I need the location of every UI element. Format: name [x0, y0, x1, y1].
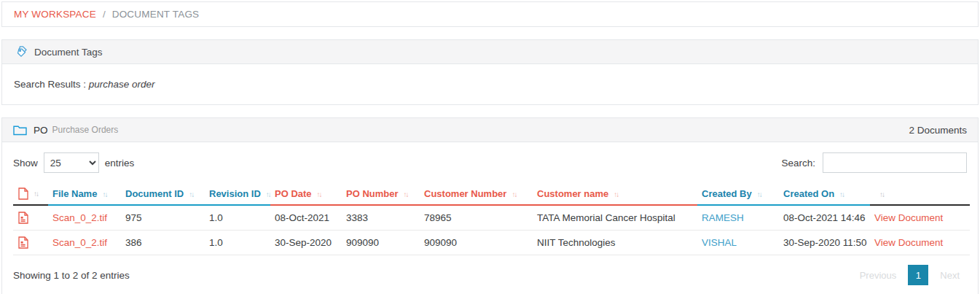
folder-code: PO [34, 125, 48, 136]
po-date-cell: 08-Oct-2021 [275, 212, 329, 223]
search-results-label: Search Results : [14, 79, 89, 90]
view-document-link[interactable]: View Document [874, 212, 943, 223]
purchase-orders-panel: PO Purchase Orders 2 Documents Show 25 e… [1, 117, 979, 294]
po-number-cell: 909090 [346, 237, 379, 248]
table-footer: Showing 1 to 2 of 2 entries Previous 1 N… [13, 265, 967, 285]
column-label: Created On [783, 188, 834, 199]
file-name-link[interactable]: Scan_0_2.tif [52, 237, 107, 248]
customer-number-cell-container: 909090 [420, 231, 533, 255]
file-icon [17, 212, 28, 224]
pagination-next-button[interactable]: Next [933, 266, 967, 285]
showing-entries-text: Showing 1 to 2 of 2 entries [13, 270, 130, 281]
sort-icon: ↑↓ [839, 190, 844, 198]
created-on-cell: 08-Oct-2021 14:46 [783, 212, 866, 223]
column-header-revision-id[interactable]: Revision ID↑↓ [205, 185, 270, 205]
view-document-link-container: View Document [870, 205, 970, 231]
purchase-orders-header: PO Purchase Orders 2 Documents [2, 118, 978, 142]
sort-icon: ↑↓ [102, 190, 106, 198]
documents-count-badge: 2 Documents [909, 125, 967, 136]
column-header-file-icon[interactable]: ↑↓ [13, 185, 48, 205]
breadcrumb-workspace-link[interactable]: MY WORKSPACE [14, 9, 96, 20]
po-date-cell: 30-Sep-2020 [275, 237, 332, 248]
column-header-po-number[interactable]: PO Number↑↓ [342, 185, 420, 205]
column-header-document-id[interactable]: Document ID↑↓ [121, 185, 205, 205]
table-row: Scan_0_2.tif9751.008-Oct-2021338378965TA… [13, 205, 970, 231]
created-by-link[interactable]: VISHAL [702, 237, 737, 248]
table-body: Scan_0_2.tif9751.008-Oct-2021338378965TA… [13, 205, 970, 255]
sort-icon: ↑↓ [34, 190, 38, 198]
column-header-po-date[interactable]: PO Date↑↓ [270, 185, 342, 205]
pagination: Previous 1 Next [852, 265, 967, 285]
revision-id-cell: 1.0 [209, 237, 223, 248]
sort-icon: ↑↓ [404, 190, 408, 198]
sort-icon: ↑↓ [879, 190, 884, 198]
revision-id-cell: 1.0 [209, 212, 223, 223]
search-results: Search Results : purchase order [2, 64, 978, 104]
search-label: Search: [781, 158, 815, 169]
customer-name-cell: NIIT Technologies [537, 237, 616, 248]
view-document-link[interactable]: View Document [874, 237, 943, 248]
file-name-link[interactable]: Scan_0_2.tif [52, 212, 107, 223]
document-tags-title: Document Tags [34, 47, 103, 58]
po-number-cell-container: 909090 [342, 231, 420, 255]
column-label: Revision ID [209, 188, 261, 199]
column-header-customer-number[interactable]: Customer Number↑↓ [420, 185, 533, 205]
page: MY WORKSPACE / DOCUMENT TAGS Document Ta… [0, 0, 980, 294]
revision-id-cell-container: 1.0 [205, 205, 270, 231]
document-id-cell: 975 [125, 212, 142, 223]
entries-label: entries [105, 158, 135, 169]
view-document-link-container: View Document [870, 231, 970, 255]
column-label: Created By [702, 188, 752, 199]
show-label: Show [13, 158, 38, 169]
file-icon [17, 236, 28, 249]
created-by-link[interactable]: RAMESH [702, 212, 744, 223]
customer-name-cell: TATA Memorial Cancer Hospital [537, 212, 675, 223]
tags-icon [13, 45, 28, 58]
created-on-cell: 30-Sep-2020 11:50 [783, 237, 867, 248]
customer-name-cell-container: NIIT Technologies [533, 231, 697, 255]
document-id-cell-container: 975 [121, 205, 205, 231]
breadcrumb: MY WORKSPACE / DOCUMENT TAGS [1, 1, 979, 27]
purchase-orders-body: Show 25 entries Search: ↑↓File Name↑↓Doc [2, 142, 978, 294]
sort-icon: ↑↓ [757, 190, 761, 198]
created-by-link-container: RAMESH [697, 205, 779, 231]
column-label: Customer name [537, 188, 608, 199]
document-id-cell-container: 386 [121, 231, 205, 255]
pagination-page-1-button[interactable]: 1 [908, 265, 928, 285]
column-header-created-on[interactable]: Created On↑↓ [779, 185, 870, 205]
folder-title: Purchase Orders [52, 125, 119, 135]
breadcrumb-separator: / [103, 9, 106, 20]
created-by-link-container: VISHAL [697, 231, 779, 255]
document-tags-header: Document Tags [2, 40, 978, 64]
customer-name-cell-container: TATA Memorial Cancer Hospital [533, 205, 697, 231]
column-header-customer-name[interactable]: Customer name↑↓ [533, 185, 697, 205]
sort-icon: ↑↓ [614, 190, 618, 198]
customer-number-cell-container: 78965 [420, 205, 533, 231]
customer-number-cell: 78965 [424, 212, 452, 223]
created-on-cell-container: 30-Sep-2020 11:50 [779, 231, 870, 255]
document-id-cell: 386 [125, 237, 142, 248]
file-type-cell [13, 231, 48, 255]
pagination-previous-button[interactable]: Previous [852, 266, 904, 285]
sort-icon: ↑↓ [189, 190, 193, 198]
po-date-cell-container: 30-Sep-2020 [270, 231, 342, 255]
po-number-cell: 3383 [346, 212, 368, 223]
customer-number-cell: 909090 [424, 237, 457, 248]
column-label: Document ID [125, 188, 184, 199]
page-size-select[interactable]: 25 [44, 152, 99, 173]
column-header-actions[interactable]: ↑↓ [870, 185, 970, 205]
column-label: PO Date [275, 188, 312, 199]
column-header-file-name[interactable]: File Name↑↓ [48, 185, 121, 205]
column-header-created-by[interactable]: Created By↑↓ [697, 185, 779, 205]
file-name-link-container: Scan_0_2.tif [48, 205, 121, 231]
search-control: Search: [781, 152, 967, 173]
file-name-link-container: Scan_0_2.tif [48, 231, 121, 255]
search-input[interactable] [823, 152, 967, 173]
revision-id-cell-container: 1.0 [205, 231, 270, 255]
document-tags-panel: Document Tags Search Results : purchase … [1, 39, 979, 105]
table-controls: Show 25 entries Search: [13, 152, 967, 173]
created-on-cell-container: 08-Oct-2021 14:46 [779, 205, 870, 231]
column-label: Customer Number [424, 188, 506, 199]
sort-icon: ↑↓ [317, 190, 321, 198]
folder-icon [13, 124, 27, 136]
